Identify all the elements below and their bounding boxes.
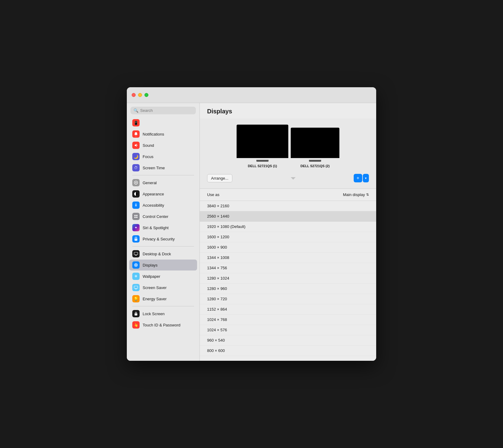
appearance-label: Appearance <box>143 192 164 196</box>
close-button[interactable] <box>132 93 136 97</box>
desktop-icon <box>132 250 140 257</box>
monitor-1-stand <box>256 160 269 162</box>
privacy-icon <box>132 235 140 243</box>
sidebar-item-appearance[interactable]: Appearance <box>129 188 197 199</box>
resolution-item[interactable]: 1344 × 1008 <box>200 253 376 263</box>
controlcenter-label: Control Center <box>143 214 168 219</box>
add-display-button[interactable]: + <box>354 174 362 182</box>
updown-arrows-icon: ⇅ <box>366 193 369 197</box>
main-display-select[interactable]: Main display ⇅ <box>343 192 369 197</box>
add-display-chevron[interactable]: ▾ <box>363 174 369 182</box>
focus-icon: 🌙 <box>132 153 140 160</box>
displays-icon <box>132 261 140 269</box>
resolution-item[interactable]: 960 × 540 <box>200 335 376 346</box>
resolution-item[interactable]: 1024 × 576 <box>200 325 376 335</box>
sidebar-item-wallpaper[interactable]: ❄ Wallpaper <box>129 271 197 282</box>
appearance-icon <box>132 190 140 198</box>
main-content: Displays DELL S2721QS (1) DELL S2721QS (… <box>200 103 376 361</box>
sidebar-list: 📱 Notifications <box>127 117 199 361</box>
search-wrapper[interactable]: 🔍 <box>130 107 196 114</box>
resolution-item[interactable]: 2560 × 1440 <box>200 211 376 222</box>
sidebar-item-top-icon[interactable]: 📱 <box>129 117 197 128</box>
monitor-1-screen[interactable] <box>237 125 288 158</box>
energysaver-label: Energy Saver <box>143 297 167 301</box>
resolution-item[interactable]: 3840 × 2160 <box>200 201 376 211</box>
arrange-button[interactable]: Arrange... <box>207 174 232 182</box>
general-icon <box>132 179 140 186</box>
sidebar-item-screentime[interactable]: ⏱ Screen Time <box>129 162 197 173</box>
sidebar-item-siri[interactable]: ✦ Siri & Spotlight <box>129 222 197 233</box>
maximize-button[interactable] <box>144 93 148 97</box>
svg-marker-1 <box>135 144 137 147</box>
minimize-button[interactable] <box>138 93 142 97</box>
controls-row: Arrange... + ▾ <box>207 174 369 182</box>
svg-rect-6 <box>134 215 136 216</box>
screensaver-label: Screen Saver <box>143 285 167 290</box>
main-header: Displays <box>200 103 376 119</box>
svg-rect-13 <box>135 255 137 256</box>
svg-rect-8 <box>134 217 136 218</box>
resolution-item[interactable]: 1280 × 720 <box>200 294 376 304</box>
svg-point-15 <box>135 264 137 266</box>
sidebar-item-touchid[interactable]: 👆 Touch ID & Password <box>129 319 197 330</box>
sound-icon <box>132 142 140 149</box>
page-title: Displays <box>207 108 369 115</box>
sidebar-item-notifications[interactable]: Notifications <box>129 129 197 140</box>
energysaver-icon: 💡 <box>132 295 140 302</box>
displays-preview: DELL S2721QS (1) DELL S2721QS (2) Arrang… <box>200 119 376 188</box>
svg-point-5 <box>136 204 137 205</box>
svg-rect-17 <box>134 286 138 288</box>
monitor-2-label: DELL S2721QS (2) <box>300 164 330 168</box>
search-input[interactable] <box>140 108 193 113</box>
wallpaper-label: Wallpaper <box>143 274 160 279</box>
desktop-label: Desktop & Dock <box>143 252 171 256</box>
chevron-down-icon: ▾ <box>365 176 367 180</box>
sidebar-item-energysaver[interactable]: 💡 Energy Saver <box>129 293 197 304</box>
resolution-item[interactable]: 1280 × 960 <box>200 284 376 294</box>
resolution-section: Use as Main display ⇅ 3840 × 21602560 × … <box>200 188 376 361</box>
main-display-label: Main display <box>343 192 365 197</box>
svg-point-3 <box>135 182 137 183</box>
sidebar: 🔍 📱 <box>127 103 200 361</box>
sidebar-item-lockscreen[interactable]: Lock Screen <box>129 308 197 319</box>
resolution-item[interactable]: 1280 × 1024 <box>200 273 376 284</box>
sidebar-item-privacy[interactable]: Privacy & Security <box>129 233 197 244</box>
sidebar-item-accessibility[interactable]: Accessibility <box>129 200 197 211</box>
top-icon: 📱 <box>132 119 140 126</box>
svg-rect-9 <box>136 217 137 218</box>
resolution-item[interactable]: 1600 × 1200 <box>200 232 376 242</box>
resolution-item[interactable]: 1024 × 768 <box>200 315 376 325</box>
sidebar-item-general[interactable]: General <box>129 177 197 188</box>
sound-label: Sound <box>143 143 154 148</box>
monitor-2-screen[interactable] <box>291 128 339 158</box>
wallpaper-icon: ❄ <box>132 273 140 280</box>
divider-2 <box>132 246 194 246</box>
sidebar-item-displays[interactable]: Displays <box>129 260 197 271</box>
svg-rect-7 <box>136 215 137 216</box>
sidebar-item-sound[interactable]: Sound <box>129 140 197 151</box>
sidebar-item-screensaver[interactable]: Screen Saver <box>129 282 197 293</box>
lockscreen-label: Lock Screen <box>143 312 165 316</box>
siri-icon: ✦ <box>132 224 140 231</box>
plus-icon: + <box>356 175 359 181</box>
screentime-icon: ⏱ <box>132 164 140 171</box>
search-icon: 🔍 <box>134 108 138 113</box>
resolution-item[interactable]: 1344 × 756 <box>200 263 376 273</box>
resolution-item[interactable]: 1152 × 864 <box>200 304 376 315</box>
notifications-icon <box>132 130 140 138</box>
monitor-1-wrapper: DELL S2721QS (1) <box>237 125 288 168</box>
sidebar-item-focus[interactable]: 🌙 Focus <box>129 151 197 162</box>
sidebar-item-controlcenter[interactable]: Control Center <box>129 211 197 222</box>
screentime-label: Screen Time <box>143 166 165 170</box>
sidebar-item-desktop[interactable]: Desktop & Dock <box>129 248 197 259</box>
svg-rect-19 <box>135 313 137 315</box>
lockscreen-icon <box>132 310 140 317</box>
touchid-icon: 👆 <box>132 321 140 329</box>
svg-point-11 <box>136 240 136 240</box>
accessibility-label: Accessibility <box>143 203 164 208</box>
resolution-item[interactable]: 1920 × 1080 (Default) <box>200 222 376 232</box>
touchid-label: Touch ID & Password <box>143 323 180 327</box>
focus-label: Focus <box>143 154 153 159</box>
resolution-item[interactable]: 1600 × 900 <box>200 242 376 253</box>
resolution-item[interactable]: 800 × 600 <box>200 346 376 356</box>
